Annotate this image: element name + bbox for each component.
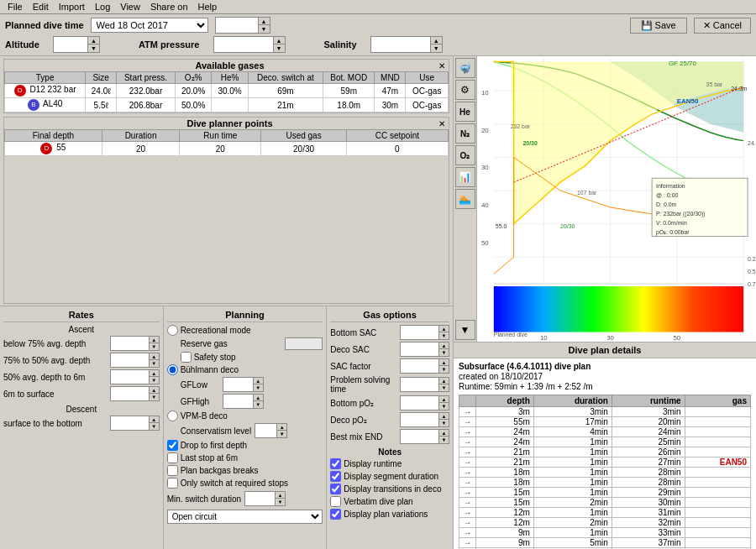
menu-view[interactable]: View <box>116 1 144 13</box>
planner-table: Final depth Duration Run time Used gas C… <box>4 129 449 156</box>
mode-recreational[interactable] <box>167 325 178 336</box>
go5-down[interactable]: ▼ <box>438 420 449 426</box>
rate-input-1[interactable]: 9m/min <box>111 338 149 349</box>
go0-up[interactable]: ▲ <box>438 326 449 332</box>
sidebar-settings-btn[interactable]: ⚙ <box>455 80 475 100</box>
display-variations-check[interactable] <box>330 509 341 520</box>
go-input-6[interactable]: 30m <box>401 431 438 442</box>
go-input-3[interactable]: 1min <box>401 379 438 390</box>
last-stop-check[interactable] <box>167 452 178 463</box>
menu-share[interactable]: Share on <box>146 1 192 13</box>
go-input-2[interactable]: 2.0 <box>401 361 438 372</box>
cancel-button[interactable]: ✕ Cancel <box>694 18 751 34</box>
rate3-up[interactable]: ▲ <box>149 370 159 377</box>
atm-down[interactable]: ▼ <box>273 44 285 52</box>
go-input-5[interactable]: 1.60bar <box>401 415 438 426</box>
safety-stop-check[interactable] <box>181 352 192 363</box>
salinity-input[interactable]: 1.03 kg/ℓ <box>371 39 430 50</box>
go1-down[interactable]: ▼ <box>438 349 449 356</box>
backgas-check[interactable] <box>167 465 178 476</box>
go5-up[interactable]: ▲ <box>438 413 449 420</box>
save-button[interactable]: 💾 Save <box>630 18 687 34</box>
rate-input-2[interactable]: 6m/min <box>111 355 149 366</box>
rate4-up[interactable]: ▲ <box>149 387 159 394</box>
mode-buehlmann[interactable] <box>167 364 178 375</box>
go-input-0[interactable]: 20ℓ/min <box>401 327 438 338</box>
rate3-down[interactable]: ▼ <box>149 377 159 384</box>
rate1-down[interactable]: ▼ <box>149 343 159 350</box>
reserve-gas-input[interactable]: 40bar <box>285 337 323 350</box>
sidebar-diver-btn[interactable]: 🤿 <box>455 58 475 78</box>
display-transitions-check[interactable] <box>330 484 341 494</box>
date-select[interactable]: Wed 18 Oct 2017 <box>91 18 208 33</box>
gf-high-input[interactable]: 70% <box>223 396 253 407</box>
go2-down[interactable]: ▼ <box>438 366 449 373</box>
gfhigh-up[interactable]: ▲ <box>253 395 263 401</box>
arrow-cell: → <box>459 447 476 458</box>
go-input-4[interactable]: 1.40bar <box>401 398 438 409</box>
gas-table-close[interactable]: ✕ <box>438 61 445 71</box>
sal-up[interactable]: ▲ <box>430 37 442 44</box>
sidebar-dive-btn[interactable]: 🏊 <box>455 189 475 209</box>
rate1-up[interactable]: ▲ <box>149 337 159 343</box>
sal-down[interactable]: ▼ <box>430 44 442 52</box>
drop-first-check[interactable] <box>167 440 178 451</box>
gflow-down[interactable]: ▼ <box>253 384 263 391</box>
rate2-up[interactable]: ▲ <box>149 353 159 360</box>
circuit-select[interactable]: Open circuit <box>167 510 323 524</box>
descent-input-1[interactable]: 18m/min <box>111 418 149 429</box>
go1-up[interactable]: ▲ <box>438 342 449 349</box>
sidebar-he-btn[interactable]: He <box>455 102 475 122</box>
mode-vpmb[interactable] <box>167 410 178 421</box>
planner-close[interactable]: ✕ <box>438 119 445 128</box>
time-input[interactable]: 15:10 <box>216 19 258 31</box>
sidebar-n2-btn[interactable]: N₂ <box>455 123 475 144</box>
sidebar-weights-btn[interactable]: ▼ <box>455 320 475 340</box>
go6-down[interactable]: ▼ <box>438 437 449 443</box>
desc1-down[interactable]: ▼ <box>149 423 159 430</box>
conservatism-input[interactable]: +3 <box>255 426 276 437</box>
go3-up[interactable]: ▲ <box>438 378 449 384</box>
menu-help[interactable]: Help <box>194 1 222 13</box>
go-input-1[interactable]: 17ℓ/min <box>401 344 438 355</box>
gfhigh-down[interactable]: ▼ <box>253 401 263 408</box>
menu-edit[interactable]: Edit <box>29 1 53 13</box>
sidebar-graph-btn[interactable]: 📊 <box>455 167 475 187</box>
cons-up[interactable]: ▲ <box>276 424 286 431</box>
menu-bar: File Edit Import Log View Share on Help <box>0 0 756 14</box>
minswitch-up[interactable]: ▲ <box>275 492 285 499</box>
time-down[interactable]: ▼ <box>258 25 270 33</box>
go3-down[interactable]: ▼ <box>438 384 449 391</box>
duration-cell: 1min <box>533 458 612 468</box>
rate4-down[interactable]: ▼ <box>149 394 159 400</box>
alt-down[interactable]: ▼ <box>87 44 99 52</box>
alt-up[interactable]: ▲ <box>87 37 99 44</box>
verbatim-plan-check[interactable] <box>330 496 341 507</box>
desc1-up[interactable]: ▲ <box>149 416 159 423</box>
min-switch-input[interactable]: 1min <box>245 494 275 505</box>
sidebar-o2-btn[interactable]: O₂ <box>455 145 475 165</box>
rate-input-3[interactable]: 6m/min <box>111 372 149 383</box>
menu-import[interactable]: Import <box>55 1 89 13</box>
go4-up[interactable]: ▲ <box>438 396 449 403</box>
only-switch-check[interactable] <box>167 478 178 489</box>
go2-up[interactable]: ▲ <box>438 359 449 366</box>
menu-log[interactable]: Log <box>91 1 114 13</box>
menu-file[interactable]: File <box>3 1 27 13</box>
display-runtime-check[interactable] <box>330 458 341 469</box>
altitude-input[interactable]: 0m <box>54 39 87 50</box>
go4-down[interactable]: ▼ <box>438 403 449 410</box>
cons-down[interactable]: ▼ <box>276 431 286 437</box>
minswitch-down[interactable]: ▼ <box>275 499 285 505</box>
atm-input[interactable]: 1013mbar <box>214 39 273 50</box>
gf-low-input[interactable]: 25% <box>223 379 253 390</box>
time-spinner[interactable]: 15:10 ▲ ▼ <box>215 17 270 34</box>
rate2-down[interactable]: ▼ <box>149 360 159 367</box>
gflow-up[interactable]: ▲ <box>253 378 263 384</box>
go0-down[interactable]: ▼ <box>438 332 449 339</box>
atm-up[interactable]: ▲ <box>273 37 285 44</box>
time-up[interactable]: ▲ <box>258 18 270 25</box>
rate-input-4[interactable]: 1m/min <box>111 389 149 400</box>
display-seg-dur-check[interactable] <box>330 471 341 482</box>
go6-up[interactable]: ▲ <box>438 430 449 437</box>
